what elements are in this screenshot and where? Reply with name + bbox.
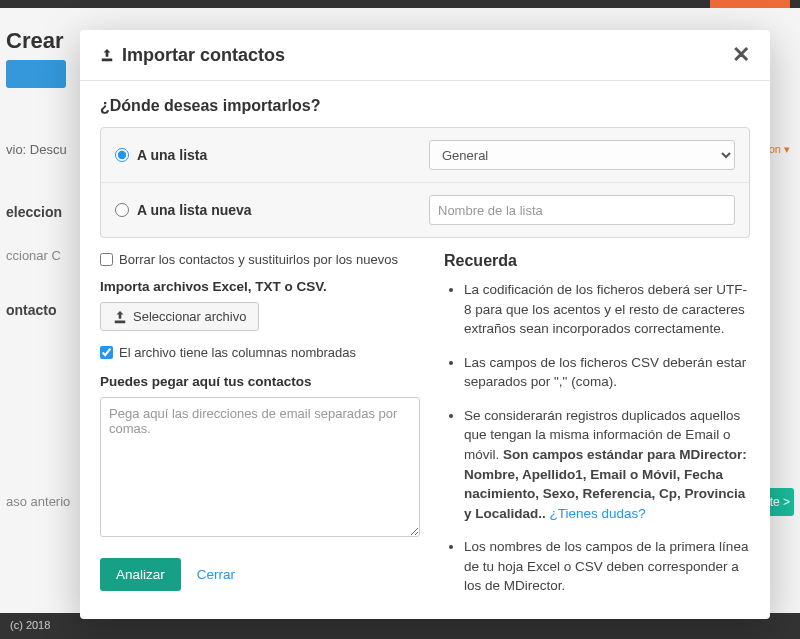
columns-named-checkbox[interactable]: [100, 346, 113, 359]
destination-existing-radio[interactable]: [115, 148, 129, 162]
doubts-link[interactable]: ¿Tienes dudas?: [546, 506, 646, 521]
modal-title: Importar contactos: [122, 45, 285, 66]
modal-actions: Analizar Cerrar: [100, 558, 420, 591]
destination-existing-row: A una lista General: [101, 128, 749, 182]
remember-list: La codificación de los ficheros deberá s…: [444, 280, 750, 596]
columns-named-option[interactable]: El archivo tiene las columnas nombradas: [100, 345, 420, 360]
remember-item-2: Las campos de los ficheros CSV deberán e…: [464, 353, 750, 392]
modal-columns: Borrar los contactos y sustituirlos por …: [100, 248, 750, 610]
delete-replace-label: Borrar los contactos y sustituirlos por …: [119, 252, 398, 267]
upload-icon: [113, 310, 127, 324]
modal-header: Importar contactos ✕: [80, 30, 770, 81]
close-link[interactable]: Cerrar: [197, 567, 235, 582]
remember-item-4: Los nombres de los campos de la primera …: [464, 537, 750, 596]
delete-replace-option[interactable]: Borrar los contactos y sustituirlos por …: [100, 252, 420, 267]
destination-existing-option[interactable]: A una lista: [115, 147, 415, 163]
select-file-button-label: Seleccionar archivo: [133, 309, 246, 324]
list-select[interactable]: General: [429, 140, 735, 170]
remember-item-3: Se considerarán registros duplicados aqu…: [464, 406, 750, 523]
destination-new-label: A una lista nueva: [137, 202, 252, 218]
modal-overlay: Importar contactos ✕ ¿Dónde deseas impor…: [0, 0, 800, 639]
select-file-button[interactable]: Seleccionar archivo: [100, 302, 259, 331]
destination-panel: A una lista General A una lista nueva: [100, 127, 750, 238]
destination-new-option[interactable]: A una lista nueva: [115, 202, 415, 218]
import-contacts-modal: Importar contactos ✕ ¿Dónde deseas impor…: [80, 30, 770, 619]
close-icon[interactable]: ✕: [732, 44, 750, 66]
remember-title: Recuerda: [444, 252, 750, 270]
new-list-name-input[interactable]: [429, 195, 735, 225]
destination-existing-label: A una lista: [137, 147, 207, 163]
modal-body: ¿Dónde deseas importarlos? A una lista G…: [80, 81, 770, 619]
upload-icon: [100, 48, 114, 62]
import-files-label: Importa archivos Excel, TXT o CSV.: [100, 279, 420, 294]
paste-contacts-label: Puedes pegar aquí tus contactos: [100, 374, 420, 389]
remember-item-1: La codificación de los ficheros deberá s…: [464, 280, 750, 339]
modal-title-wrap: Importar contactos: [100, 45, 285, 66]
destination-new-radio[interactable]: [115, 203, 129, 217]
destination-new-row: A una lista nueva: [101, 182, 749, 237]
remember-column: Recuerda La codificación de los ficheros…: [444, 248, 750, 610]
analyze-button[interactable]: Analizar: [100, 558, 181, 591]
paste-contacts-textarea[interactable]: [100, 397, 420, 537]
delete-replace-checkbox[interactable]: [100, 253, 113, 266]
columns-named-label: El archivo tiene las columnas nombradas: [119, 345, 356, 360]
import-column: Borrar los contactos y sustituirlos por …: [100, 248, 420, 610]
where-import-title: ¿Dónde deseas importarlos?: [100, 97, 750, 115]
